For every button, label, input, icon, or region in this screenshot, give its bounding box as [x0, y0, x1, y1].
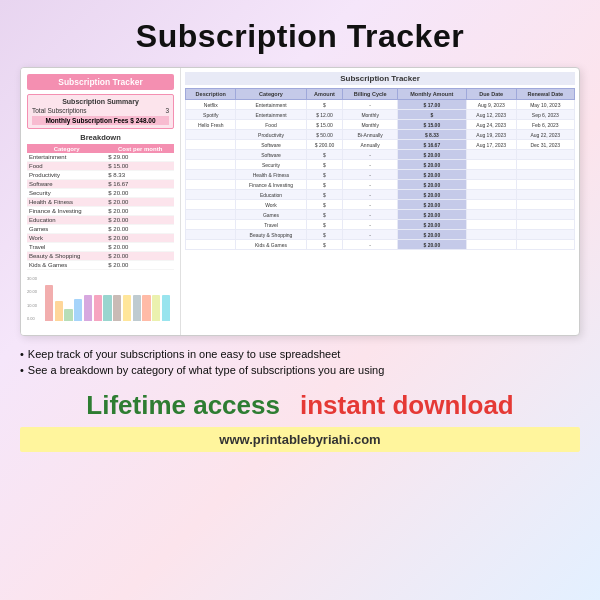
chart-bar: [142, 295, 150, 321]
chart-bar: [162, 295, 170, 321]
breakdown-category: Health & Fitness: [27, 198, 106, 207]
sheet-cell-9-2: $: [306, 190, 343, 200]
website-row: www.printablebyriahi.com: [20, 427, 580, 452]
sheet-cell-14-6: [516, 240, 574, 250]
sheet-cell-2-0: Hello Fresh: [186, 120, 236, 130]
sheet-cell-3-5: Aug 19, 2023: [466, 130, 516, 140]
sheet-cell-4-2: $ 200.00: [306, 140, 343, 150]
chart-bar: [45, 285, 53, 321]
bullet-item: •See a breakdown by category of what typ…: [20, 364, 580, 376]
chart-bar: [94, 295, 102, 321]
sheet-cell-14-2: $: [306, 240, 343, 250]
sheet-cell-14-0: [186, 240, 236, 250]
sheet-cell-1-2: $ 12.00: [306, 110, 343, 120]
chart-bar: [55, 301, 63, 321]
sheet-cell-13-3: -: [343, 230, 397, 240]
chart-bar: [84, 295, 92, 321]
sheet-cell-8-0: [186, 180, 236, 190]
sheet-cell-9-6: [516, 190, 574, 200]
chart-area: 30.00 20.00 10.00 0.00: [27, 274, 174, 329]
bullet-dot: •: [20, 348, 24, 360]
sheet-cell-10-4: $ 20.00: [397, 200, 466, 210]
sheet-cell-6-5: [466, 160, 516, 170]
left-panel: Subscription Tracker Subscription Summar…: [21, 68, 181, 335]
sheet-cell-5-6: [516, 150, 574, 160]
lifetime-row: Lifetime access instant download: [86, 390, 513, 421]
sheet-cell-7-2: $: [306, 170, 343, 180]
page-title: Subscription Tracker: [136, 18, 464, 55]
sheet-cell-13-4: $ 20.00: [397, 230, 466, 240]
sheet-cell-7-0: [186, 170, 236, 180]
sheet-cell-12-1: Travel: [236, 220, 306, 230]
sheet-cell-0-2: $: [306, 100, 343, 110]
sheet-cell-10-3: -: [343, 200, 397, 210]
sheet-cell-9-0: [186, 190, 236, 200]
sheet-cell-4-4: $ 16.67: [397, 140, 466, 150]
summary-box: Subscription Summary Total Subscriptions…: [27, 94, 174, 129]
sheet-cell-4-5: Aug 17, 2023: [466, 140, 516, 150]
chart-bar: [113, 295, 121, 321]
sheet-cell-12-0: [186, 220, 236, 230]
summary-fees: Monthly Subscription Fees $ 248.00: [32, 116, 169, 125]
sheet-cell-11-4: $ 20.00: [397, 210, 466, 220]
bullet-item: •Keep track of your subscriptions in one…: [20, 348, 580, 360]
table-row: Health & Fitness$-$ 20.00: [186, 170, 575, 180]
sheet-cell-9-1: Education: [236, 190, 306, 200]
breakdown-cost: $ 20.00: [106, 252, 174, 261]
sheet-cell-1-5: Aug 12, 2023: [466, 110, 516, 120]
sheet-cell-12-2: $: [306, 220, 343, 230]
sheet-cell-11-3: -: [343, 210, 397, 220]
sheet-cell-6-1: Security: [236, 160, 306, 170]
breakdown-cost: $ 20.00: [106, 243, 174, 252]
sheet-cell-6-3: -: [343, 160, 397, 170]
sheet-cell-0-1: Entertainment: [236, 100, 306, 110]
table-row: Education$-$ 20.00: [186, 190, 575, 200]
sheet-cell-6-6: [516, 160, 574, 170]
chart-bar: [123, 295, 131, 321]
table-row: Work$-$ 20.00: [186, 200, 575, 210]
summary-row-subscriptions: Total Subscriptions 3: [32, 107, 169, 114]
sheet-cell-6-4: $ 20.00: [397, 160, 466, 170]
sheet-cell-0-3: -: [343, 100, 397, 110]
sheet-cell-2-2: $ 15.00: [306, 120, 343, 130]
sheet-cell-5-1: Software: [236, 150, 306, 160]
breakdown-title: Breakdown: [27, 133, 174, 142]
sheet-cell-10-0: [186, 200, 236, 210]
breakdown-category: Software: [27, 180, 106, 189]
breakdown-cost: $ 29.00: [106, 153, 174, 162]
table-row: Travel$-$ 20.00: [186, 220, 575, 230]
sheet-cell-7-4: $ 20.00: [397, 170, 466, 180]
sheet-cell-14-1: Kids & Games: [236, 240, 306, 250]
sheet-cell-1-6: Sep 6, 2023: [516, 110, 574, 120]
sheet-cell-3-6: Aug 22, 2023: [516, 130, 574, 140]
sheet-cell-8-6: [516, 180, 574, 190]
sheet-cell-10-1: Work: [236, 200, 306, 210]
bullets-section: •Keep track of your subscriptions in one…: [20, 348, 580, 380]
breakdown-cost: $ 20.00: [106, 198, 174, 207]
sheet-cell-11-2: $: [306, 210, 343, 220]
sheet-header-3: Billing Cycle: [343, 89, 397, 100]
spreadsheet-preview: Subscription Tracker Subscription Summar…: [20, 67, 580, 336]
left-panel-title: Subscription Tracker: [27, 74, 174, 90]
sheet-header-1: Category: [236, 89, 306, 100]
sheet-cell-2-3: Monthly: [343, 120, 397, 130]
chart-bar: [103, 295, 111, 321]
sheet-cell-13-2: $: [306, 230, 343, 240]
sheet-cell-12-4: $ 20.00: [397, 220, 466, 230]
sheet-cell-0-4: $ 17.00: [397, 100, 466, 110]
sheet-cell-13-1: Beauty & Shopping: [236, 230, 306, 240]
sheet-cell-9-3: -: [343, 190, 397, 200]
sheet-cell-4-1: Software: [236, 140, 306, 150]
breakdown-cost: $ 20.00: [106, 189, 174, 198]
sheet-table: DescriptionCategoryAmountBilling CycleMo…: [185, 88, 575, 250]
sheet-cell-1-0: Spotify: [186, 110, 236, 120]
sheet-cell-0-5: Aug 9, 2023: [466, 100, 516, 110]
sheet-cell-11-1: Games: [236, 210, 306, 220]
chart-bar: [64, 309, 72, 321]
sheet-cell-5-3: -: [343, 150, 397, 160]
breakdown-cost: $ 20.00: [106, 216, 174, 225]
breakdown-col-cost: Cost per month: [106, 144, 174, 153]
breakdown-category: Entertainment: [27, 153, 106, 162]
sheet-cell-7-5: [466, 170, 516, 180]
sheet-cell-11-6: [516, 210, 574, 220]
